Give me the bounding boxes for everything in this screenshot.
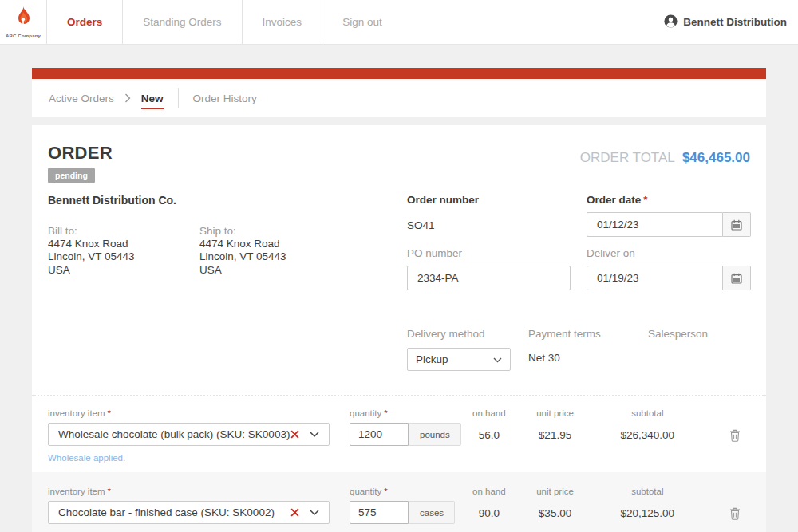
required-marker: * xyxy=(108,408,111,418)
delete-row-button[interactable] xyxy=(729,429,741,442)
po-number-label: PO number xyxy=(407,247,587,259)
nav-item-sign-out[interactable]: Sign out xyxy=(322,0,402,44)
customer-section: Bennett Distribution Co. Bill to: 4474 K… xyxy=(48,194,407,371)
bill-to-label: Bill to: xyxy=(48,225,200,238)
user-name: Bennett Distribution xyxy=(683,16,787,28)
page-title: ORDER xyxy=(48,143,113,164)
customer-name: Bennett Distribution Co. xyxy=(48,194,407,207)
bill-to-line: Lincoln, VT 05443 xyxy=(48,250,200,263)
page-content: Active Orders New Order History ORDER pe… xyxy=(32,68,766,532)
deliver-on-label: Deliver on xyxy=(587,247,751,259)
unit-addon: pounds xyxy=(409,423,461,446)
unit-price-label: unit price xyxy=(519,487,591,496)
clear-selection-icon[interactable] xyxy=(290,430,299,439)
user-avatar-icon xyxy=(664,14,678,30)
bill-to-line: 4474 Knox Road xyxy=(48,238,200,250)
line-item-row: inventory item* Wholesale chocolate (bul… xyxy=(48,396,750,472)
calendar-icon xyxy=(731,219,742,231)
delivery-method-value: Pickup xyxy=(416,353,448,365)
on-hand-value: 90.0 xyxy=(459,507,519,519)
flame-logo-icon xyxy=(14,6,33,32)
order-total-value: $46,465.00 xyxy=(682,150,750,165)
quantity-input[interactable] xyxy=(350,423,409,446)
unit-price-value: $35.00 xyxy=(519,507,591,519)
ship-to-line: USA xyxy=(200,264,351,277)
order-card: ORDER pending ORDER TOTAL $46,465.00 Ben… xyxy=(32,125,766,532)
chevron-down-icon xyxy=(493,353,502,365)
required-marker: * xyxy=(108,487,111,496)
breadcrumb-separator-icon xyxy=(124,93,131,103)
inventory-item-value: Chocolate bar - finished case (SKU: SK00… xyxy=(58,506,290,518)
bill-to-address: Bill to: 4474 Knox Road Lincoln, VT 0544… xyxy=(48,225,200,277)
deliver-on-calendar-button[interactable] xyxy=(723,266,751,290)
order-form: Bennett Distribution Co. Bill to: 4474 K… xyxy=(48,194,750,371)
status-badge: pending xyxy=(48,168,95,183)
clear-selection-icon[interactable] xyxy=(290,508,299,517)
bill-to-line: USA xyxy=(48,264,200,277)
inventory-item-value: Wholesale chocolate (bulk pack) (SKU: SK… xyxy=(58,428,290,440)
ship-to-line: Lincoln, VT 05443 xyxy=(200,250,351,263)
order-date-input[interactable] xyxy=(587,212,723,237)
inventory-item-label: inventory item* xyxy=(48,487,350,496)
ship-to-label: Ship to: xyxy=(200,225,351,238)
subtotal-label: subtotal xyxy=(591,408,704,418)
wholesale-note: Wholesale applied. xyxy=(48,453,350,463)
trash-icon xyxy=(729,429,741,442)
chevron-down-icon xyxy=(310,510,319,516)
required-marker: * xyxy=(643,194,647,206)
deliver-on-input[interactable] xyxy=(587,266,723,290)
nav-item-orders[interactable]: Orders xyxy=(46,0,122,44)
payment-terms-label: Payment terms xyxy=(528,328,648,340)
calendar-icon xyxy=(731,273,742,284)
subtotal-label: subtotal xyxy=(591,487,704,496)
logo-text: ABC Company xyxy=(6,33,41,38)
nav-links: Orders Standing Orders Invoices Sign out xyxy=(46,0,402,44)
breadcrumb-divider xyxy=(178,88,179,108)
company-logo[interactable]: ABC Company xyxy=(0,0,46,44)
unit-price-value: $21.95 xyxy=(519,429,591,441)
order-total: ORDER TOTAL $46,465.00 xyxy=(580,150,750,166)
order-header: ORDER pending ORDER TOTAL $46,465.00 xyxy=(48,143,750,183)
user-account[interactable]: Bennett Distribution xyxy=(664,0,787,44)
chevron-down-icon xyxy=(310,432,319,438)
nav-item-invoices[interactable]: Invoices xyxy=(242,0,322,44)
ship-to-line: 4474 Knox Road xyxy=(200,238,351,250)
subtotal-value: $26,340.00 xyxy=(591,429,704,441)
inventory-item-select[interactable]: Wholesale chocolate (bulk pack) (SKU: SK… xyxy=(48,423,330,446)
salesperson-label: Salesperson xyxy=(648,328,708,340)
order-number-value: SO41 xyxy=(407,219,587,231)
breadcrumb: Active Orders New Order History xyxy=(32,79,766,117)
trash-icon xyxy=(729,507,741,520)
ship-to-address: Ship to: 4474 Knox Road Lincoln, VT 0544… xyxy=(200,225,351,277)
delivery-method-label: Delivery method xyxy=(407,328,528,340)
line-item-row: inventory item* Chocolate bar - finished… xyxy=(32,472,766,532)
order-total-label: ORDER TOTAL xyxy=(580,150,674,165)
delivery-method-select[interactable]: Pickup xyxy=(407,348,511,371)
order-fields: Order number SO41 Order date* xyxy=(407,194,751,371)
quantity-input[interactable] xyxy=(350,501,409,524)
breadcrumb-active-orders[interactable]: Active Orders xyxy=(49,93,114,104)
quantity-label: quantity* xyxy=(350,487,459,496)
required-marker: * xyxy=(384,487,387,496)
payment-terms-value: Net 30 xyxy=(528,352,648,364)
top-navbar: ABC Company Orders Standing Orders Invoi… xyxy=(0,0,798,45)
po-number-input[interactable] xyxy=(407,266,571,290)
on-hand-label: on hand xyxy=(459,408,519,418)
subtotal-value: $20,125.00 xyxy=(591,507,704,519)
breadcrumb-order-history[interactable]: Order History xyxy=(193,93,257,104)
order-date-calendar-button[interactable] xyxy=(723,212,751,237)
inventory-item-label: inventory item* xyxy=(48,408,350,418)
unit-addon: cases xyxy=(409,501,455,524)
inventory-item-select[interactable]: Chocolate bar - finished case (SKU: SK00… xyxy=(48,501,330,524)
breadcrumb-new[interactable]: New xyxy=(141,93,164,109)
on-hand-label: on hand xyxy=(459,487,519,496)
delete-row-button[interactable] xyxy=(729,507,741,520)
order-number-label: Order number xyxy=(407,194,587,206)
unit-price-label: unit price xyxy=(519,408,591,418)
required-marker: * xyxy=(384,408,387,418)
accent-bar xyxy=(32,68,766,79)
nav-item-standing-orders[interactable]: Standing Orders xyxy=(122,0,241,44)
quantity-label: quantity* xyxy=(350,408,459,418)
on-hand-value: 56.0 xyxy=(459,429,519,441)
order-date-label: Order date* xyxy=(587,194,751,206)
